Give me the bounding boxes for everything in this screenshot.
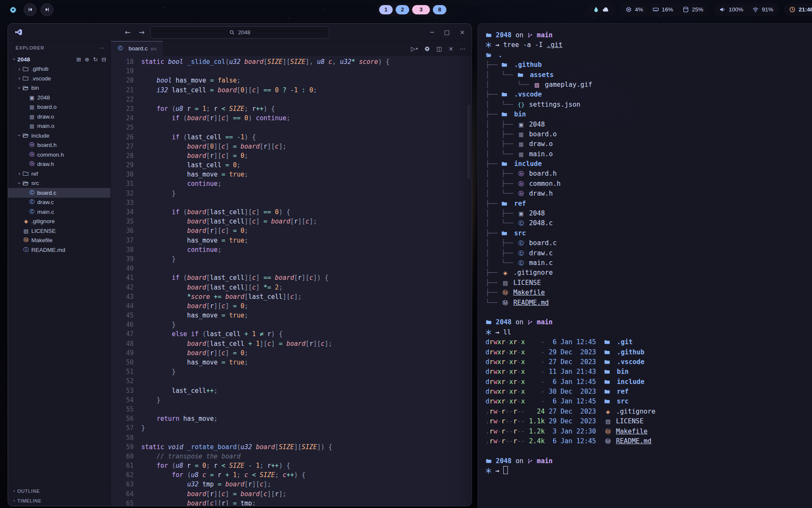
- line-number[interactable]: 43: [111, 292, 134, 301]
- line-number[interactable]: 20: [111, 76, 134, 85]
- explorer-item-draw.o[interactable]: ▦draw.o: [8, 112, 110, 121]
- code-line[interactable]: u32 tmp = board[r][c];: [141, 480, 472, 489]
- refresh-explorer-icon[interactable]: ↻: [93, 56, 98, 63]
- code-line[interactable]: board[0][c] = board[r][c];: [141, 142, 472, 151]
- line-number[interactable]: 64: [111, 489, 134, 499]
- code-line[interactable]: [141, 123, 472, 132]
- code-line[interactable]: *score += board[last_cell][c];: [141, 292, 472, 301]
- line-number[interactable]: 19: [111, 66, 134, 76]
- code-line[interactable]: [141, 264, 472, 273]
- explorer-item-LICENSE[interactable]: ▤LICENSE: [8, 226, 110, 236]
- code-line[interactable]: board[r][c] = 0;: [141, 301, 472, 311]
- code-line[interactable]: if (last_cell == -1) {: [141, 133, 472, 142]
- line-number[interactable]: 50: [111, 358, 134, 367]
- code-line[interactable]: [141, 66, 472, 76]
- code-line[interactable]: for (u8 r = 0; r < SIZE - 1; r++) {: [141, 461, 472, 470]
- explorer-item-README.md[interactable]: ⓘREADME.md: [8, 245, 110, 255]
- code-line[interactable]: for (u8 c = r + 1; c < SIZE; c++) {: [141, 470, 472, 480]
- explorer-item-board.o[interactable]: ▦board.o: [8, 102, 110, 112]
- audio-network-widget[interactable]: 100% 91%: [714, 3, 779, 16]
- editor-scrollbar[interactable]: [467, 105, 470, 179]
- launcher-logo-icon[interactable]: [7, 3, 19, 16]
- line-number[interactable]: 52: [111, 376, 134, 386]
- code-line[interactable]: for (u8 r = 1; r < SIZE; r++) {: [141, 104, 472, 113]
- line-number[interactable]: 59: [111, 442, 134, 452]
- code-line[interactable]: }: [141, 367, 472, 376]
- code-line[interactable]: else if (last_cell + 1 ≠ r) {: [141, 329, 472, 339]
- code-line[interactable]: [141, 198, 472, 207]
- line-number[interactable]: 31: [111, 179, 134, 188]
- line-number[interactable]: 51: [111, 367, 134, 376]
- explorer-item-board.c[interactable]: Ⓒboard.c: [8, 188, 110, 198]
- code-line[interactable]: static bool _slide_col(u32 board[SIZE][S…: [141, 57, 472, 66]
- explorer-item-src[interactable]: ›src: [8, 179, 110, 188]
- code-line[interactable]: continue;: [141, 245, 472, 254]
- line-number[interactable]: 23: [111, 104, 134, 113]
- line-number[interactable]: 60: [111, 452, 134, 461]
- explorer-item-main.o[interactable]: ▦main.o: [8, 121, 110, 131]
- code-line[interactable]: board[last_cell][c] = board[r][c];: [141, 217, 472, 226]
- line-number[interactable]: 54: [111, 395, 134, 405]
- navigate-forward-button[interactable]: →: [139, 28, 144, 36]
- vscode-titlebar[interactable]: ← → 2048 ─ □ ×: [8, 24, 472, 41]
- code-line[interactable]: board[r][c] = 0;: [141, 348, 472, 358]
- code-line[interactable]: if (board[r][c] == 0) continue;: [141, 113, 472, 123]
- line-number[interactable]: 53: [111, 386, 134, 395]
- code-line[interactable]: bool has_move = false;: [141, 76, 472, 85]
- line-number[interactable]: 47: [111, 329, 134, 339]
- code-line[interactable]: }: [141, 320, 472, 329]
- weather-widget[interactable]: [587, 3, 615, 16]
- system-stats-widget[interactable]: 4% 16% 25%: [620, 3, 709, 16]
- line-number[interactable]: 63: [111, 480, 134, 489]
- code-line[interactable]: i32 last_cell = board[0][c] == 0 ? -1 : …: [141, 86, 472, 95]
- line-number[interactable]: 39: [111, 254, 134, 264]
- tab-board-c[interactable]: Ⓒ board.c src: [111, 41, 163, 56]
- code-line[interactable]: [141, 376, 472, 386]
- explorer-item-2048[interactable]: ›2048⊞⊕↻⊟: [8, 55, 110, 64]
- workspace-badge-2[interactable]: 2: [396, 5, 409, 14]
- code-line[interactable]: last_cell++;: [141, 386, 472, 395]
- code-line[interactable]: board[r][c] = board[c][r];: [141, 489, 472, 499]
- command-center-search[interactable]: 2048: [150, 26, 329, 39]
- editor-settings-button[interactable]: [424, 46, 430, 52]
- line-number[interactable]: 18: [111, 57, 134, 66]
- line-number[interactable]: 42: [111, 283, 134, 292]
- code-line[interactable]: continue;: [141, 179, 472, 188]
- media-prev-button[interactable]: [24, 3, 36, 16]
- collapse-folders-icon[interactable]: ⊟: [102, 56, 106, 63]
- code-line[interactable]: }: [141, 395, 472, 405]
- clock-widget[interactable]: 21:46: [784, 3, 812, 16]
- explorer-item-draw.h[interactable]: Ⓗdraw.h: [8, 160, 110, 169]
- explorer-item-board.h[interactable]: Ⓗboard.h: [8, 141, 110, 150]
- code-line[interactable]: static void _rotate_board(u32 board[SIZE…: [141, 442, 472, 452]
- code-line[interactable]: has_move = true;: [141, 358, 472, 367]
- code-line[interactable]: if (board[last_cell][c] == 0) {: [141, 207, 472, 217]
- workspace-badge-8[interactable]: 8: [433, 5, 447, 14]
- new-file-icon[interactable]: ⊞: [76, 56, 81, 63]
- line-number[interactable]: 45: [111, 311, 134, 320]
- line-number[interactable]: 44: [111, 301, 134, 311]
- explorer-item-Makefile[interactable]: ⓂMakefile: [8, 236, 110, 246]
- workspace-badge-1[interactable]: 1: [379, 5, 393, 14]
- code-line[interactable]: [141, 433, 472, 442]
- line-number[interactable]: 32: [111, 189, 134, 198]
- code-line[interactable]: board[r][c] = 0;: [141, 226, 472, 235]
- workspace-badge-3[interactable]: 3: [412, 5, 430, 14]
- code-line[interactable]: return has_move;: [141, 414, 472, 423]
- terminal-cursor[interactable]: [503, 466, 508, 474]
- line-number[interactable]: 25: [111, 123, 134, 132]
- line-number[interactable]: 61: [111, 461, 134, 470]
- explorer-item-draw.c[interactable]: Ⓒdraw.c: [8, 198, 110, 207]
- split-editor-button[interactable]: ◫: [436, 45, 442, 52]
- close-button[interactable]: ×: [460, 29, 465, 36]
- line-number[interactable]: 21: [111, 86, 134, 95]
- line-number[interactable]: 49: [111, 348, 134, 358]
- line-number[interactable]: 58: [111, 433, 134, 442]
- maximize-button[interactable]: □: [444, 29, 450, 36]
- timeline-section[interactable]: › TIMELINE: [8, 496, 110, 505]
- line-number[interactable]: 65: [111, 499, 134, 505]
- code-line[interactable]: board[last_cell][c] *= 2;: [141, 283, 472, 292]
- line-number[interactable]: 34: [111, 207, 134, 217]
- minimize-button[interactable]: ─: [431, 29, 434, 36]
- code-line[interactable]: [141, 95, 472, 104]
